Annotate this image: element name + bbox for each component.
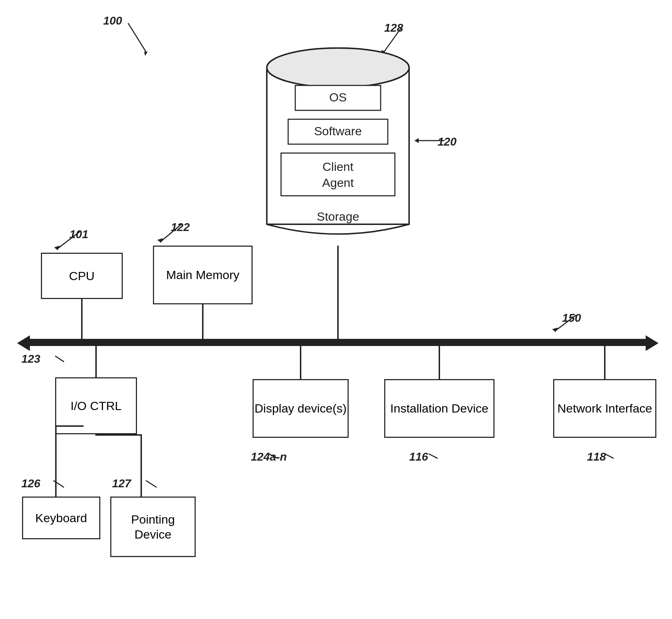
svg-line-23 <box>55 356 64 370</box>
main-memory-box: Main Memory <box>153 246 253 304</box>
io-pd-hline <box>95 434 142 436</box>
ref101-arrow <box>46 224 89 260</box>
display-vline <box>300 343 301 380</box>
svg-line-17 <box>555 315 576 331</box>
storage-cylinder: OS Software Client Agent Storage <box>260 39 416 246</box>
display-device-box: Display device(s) <box>253 379 349 438</box>
svg-point-6 <box>267 48 409 87</box>
ref100-arrow <box>85 16 157 59</box>
install-vline <box>439 343 440 380</box>
io-vline <box>95 343 97 378</box>
svg-line-21 <box>160 224 181 242</box>
mm-vline <box>202 304 203 340</box>
ref122-arrow <box>149 217 192 253</box>
svg-line-27 <box>146 481 157 493</box>
svg-line-19 <box>57 231 80 249</box>
installation-device-box: Installation Device <box>384 379 494 438</box>
ref127-arrow <box>110 473 157 502</box>
pointing-device-box: Pointing Device <box>110 497 196 557</box>
svg-text:Client: Client <box>323 160 354 173</box>
network-vline <box>604 343 605 380</box>
svg-marker-1 <box>144 52 148 56</box>
keyboard-box: Keyboard <box>22 497 100 539</box>
cpu-vline <box>81 299 83 340</box>
svg-line-25 <box>53 481 64 493</box>
ref126-arrow <box>18 473 64 502</box>
svg-text:Storage: Storage <box>317 210 359 223</box>
cylinder-svg: OS Software Client Agent Storage <box>260 39 416 246</box>
io-kb-hline <box>55 425 84 427</box>
svg-text:Agent: Agent <box>322 176 354 189</box>
svg-text:OS: OS <box>329 90 346 104</box>
svg-line-31 <box>429 454 438 461</box>
svg-line-0 <box>128 23 146 52</box>
ref123-arrow <box>18 349 64 381</box>
ref118-arrow <box>567 447 614 468</box>
ref124an-arrow <box>231 447 277 468</box>
svg-line-33 <box>605 454 614 461</box>
bus-line <box>28 339 647 346</box>
bus-arrow-right <box>646 335 658 351</box>
svg-line-29 <box>269 454 277 461</box>
diagram: 100 128 OS Software Client <box>0 0 672 619</box>
svg-marker-16 <box>414 138 419 143</box>
storage-vline <box>337 246 339 340</box>
ref116-arrow <box>391 447 438 468</box>
ref120-arrow <box>411 132 454 153</box>
network-interface-box: Network Interface <box>553 379 656 438</box>
ref150-arrow <box>534 308 591 336</box>
svg-text:Software: Software <box>314 124 362 138</box>
svg-rect-11 <box>281 153 395 196</box>
